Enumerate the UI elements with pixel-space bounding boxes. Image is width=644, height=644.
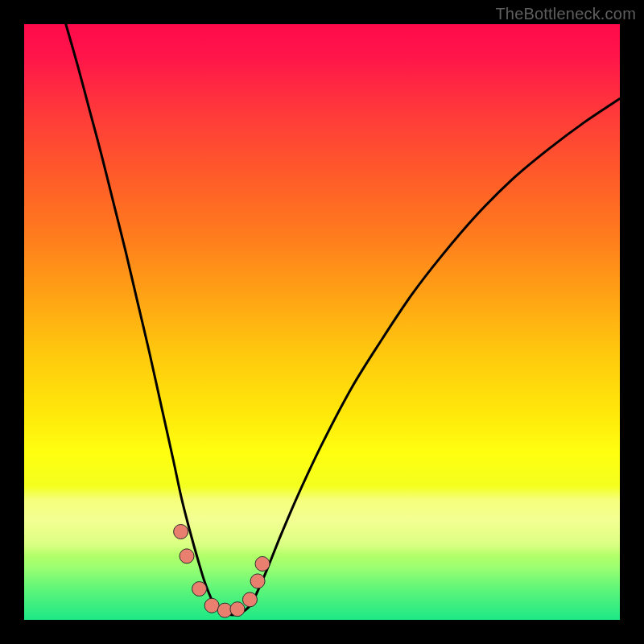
data-point bbox=[180, 549, 194, 564]
data-point bbox=[192, 582, 207, 597]
data-point bbox=[250, 574, 265, 588]
scatter-points bbox=[174, 524, 270, 617]
outer-frame: TheBottleneck.com bbox=[0, 0, 644, 644]
data-point bbox=[242, 592, 257, 607]
watermark-text: TheBottleneck.com bbox=[495, 5, 636, 23]
curve-path bbox=[66, 24, 620, 615]
data-point bbox=[204, 598, 219, 613]
plot-area bbox=[24, 24, 620, 620]
data-point bbox=[230, 602, 245, 617]
bottleneck-curve bbox=[66, 24, 620, 615]
data-point bbox=[174, 524, 188, 539]
chart-svg bbox=[24, 24, 620, 620]
data-point bbox=[255, 556, 270, 571]
